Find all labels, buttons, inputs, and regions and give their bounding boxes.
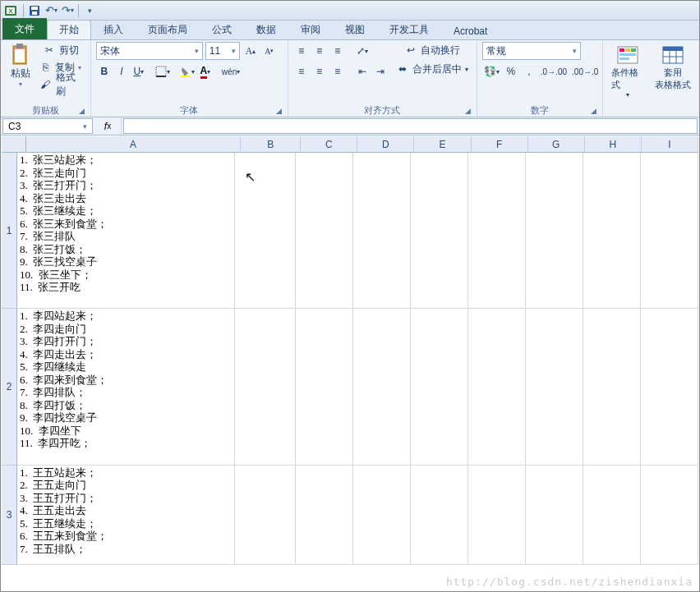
percent-button[interactable]: % (503, 63, 519, 80)
font-name-combo[interactable]: 宋体▾ (96, 42, 203, 60)
comma-button[interactable]: , (521, 63, 537, 80)
tab-insert[interactable]: 插入 (91, 20, 136, 39)
cell[interactable] (468, 466, 526, 565)
cell[interactable] (641, 309, 698, 465)
wrap-icon: ↩ (407, 44, 415, 56)
cell[interactable] (641, 466, 698, 565)
indent-inc-button[interactable]: ⇥ (372, 63, 389, 80)
paste-button[interactable]: 粘贴 ▾ (6, 42, 35, 89)
cell[interactable] (353, 309, 411, 465)
select-all-corner[interactable] (2, 136, 26, 153)
tab-dev[interactable]: 开发工具 (377, 20, 441, 39)
clipboard-launcher[interactable]: ◢ (77, 107, 87, 117)
format-painter-button[interactable]: 🖌 格式刷 (39, 76, 85, 93)
cell[interactable] (526, 309, 583, 465)
font-color-button[interactable]: A▾ (197, 63, 214, 80)
cell[interactable] (235, 466, 296, 565)
cell[interactable] (353, 466, 411, 565)
svg-rect-17 (619, 57, 629, 60)
orientation-button[interactable]: ⤢▾ (354, 43, 371, 59)
merge-center-button[interactable]: ⬌ 合并后居中▾ (397, 61, 470, 77)
column-header[interactable]: H (585, 136, 642, 153)
phonetic-button[interactable]: wén▾ (220, 63, 242, 80)
scissors-icon: ✂ (45, 44, 53, 56)
column-header[interactable]: A (26, 136, 242, 153)
tab-view[interactable]: 视图 (333, 20, 377, 39)
row-header[interactable]: 3 (2, 466, 17, 565)
cell[interactable] (583, 309, 641, 465)
cell[interactable]: 1. 王五站起来； 2. 王五走向门 3. 王五打开门； 4. 王五走出去 5.… (17, 466, 235, 565)
cell[interactable] (468, 309, 526, 465)
tab-home[interactable]: 开始 (47, 20, 91, 39)
align-launcher[interactable]: ◢ (463, 107, 473, 117)
fill-color-button[interactable]: ▾ (178, 63, 196, 80)
cell[interactable] (235, 153, 296, 309)
cell[interactable]: 1. 李四站起来； 2. 李四走向门 3. 李四打开门； 4. 李四走出去； 5… (17, 309, 235, 465)
cell[interactable] (235, 309, 296, 465)
table-format-button[interactable]: 套用 表格格式 (652, 42, 694, 93)
cell[interactable] (583, 466, 641, 565)
column-header[interactable]: B (241, 136, 301, 153)
cell[interactable]: 1. 张三站起来； 2. 张三走向门 3. 张三打开门； 4. 张三走出去 5.… (17, 153, 235, 309)
underline-button[interactable]: U▾ (131, 63, 147, 80)
column-header[interactable]: E (414, 136, 471, 153)
row-header[interactable]: 2 (2, 309, 17, 465)
align-top-button[interactable]: ≡ (293, 43, 310, 59)
formula-bar: C3 ▾ fx (1, 117, 699, 135)
cell[interactable] (468, 153, 526, 309)
align-left-button[interactable]: ≡ (293, 63, 310, 80)
font-launcher[interactable]: ◢ (274, 107, 284, 117)
svg-rect-11 (181, 76, 191, 77)
tab-layout[interactable]: 页面布局 (136, 20, 200, 39)
indent-dec-button[interactable]: ⇤ (354, 63, 371, 80)
align-right-button[interactable]: ≡ (329, 63, 346, 80)
column-header[interactable]: D (357, 136, 414, 153)
cell[interactable] (526, 153, 583, 309)
row-header[interactable]: 1 (2, 153, 17, 309)
fx-button[interactable]: fx (99, 118, 116, 135)
column-header[interactable]: C (301, 136, 357, 153)
number-format-combo[interactable]: 常规▾ (482, 42, 581, 60)
dec-decimal-button[interactable]: .00→.0 (570, 63, 600, 80)
italic-button[interactable]: I (113, 63, 130, 80)
inc-decimal-button[interactable]: .0→.00 (539, 63, 569, 80)
cut-button[interactable]: ✂ 剪切 (39, 42, 85, 58)
cell[interactable] (353, 153, 411, 309)
grow-font-button[interactable]: A▴ (242, 43, 259, 59)
cell[interactable] (296, 153, 353, 309)
cell[interactable] (583, 153, 641, 309)
number-launcher[interactable]: ◢ (589, 107, 599, 117)
brush-icon: 🖌 (40, 79, 50, 90)
tab-acrobat[interactable]: Acrobat (441, 22, 500, 39)
cell[interactable] (296, 466, 353, 565)
name-box[interactable]: C3 ▾ (2, 118, 93, 134)
save-button[interactable] (26, 2, 43, 19)
align-bottom-button[interactable]: ≡ (329, 43, 346, 59)
cell[interactable] (526, 466, 583, 565)
cell[interactable] (641, 153, 698, 309)
tab-review[interactable]: 审阅 (288, 20, 333, 39)
cell[interactable] (411, 466, 468, 565)
conditional-format-button[interactable]: 条件格式▾ (608, 42, 648, 100)
column-header[interactable]: F (472, 136, 528, 153)
bold-button[interactable]: B (96, 63, 113, 80)
formula-input[interactable] (123, 118, 698, 134)
column-header[interactable]: G (528, 136, 585, 153)
redo-button[interactable]: ↷▾ (59, 2, 76, 19)
undo-button[interactable]: ↶▾ (43, 2, 59, 19)
border-button[interactable]: ▾ (154, 63, 172, 80)
column-header[interactable]: I (642, 136, 698, 153)
tab-data[interactable]: 数据 (244, 20, 288, 39)
shrink-font-button[interactable]: A▾ (261, 43, 278, 59)
cell[interactable] (296, 309, 353, 465)
font-size-combo[interactable]: 11▾ (205, 42, 240, 60)
wrap-text-button[interactable]: ↩ 自动换行 (397, 42, 470, 58)
tab-file[interactable]: 文件 (2, 18, 47, 39)
tab-formulas[interactable]: 公式 (200, 20, 244, 39)
align-center-button[interactable]: ≡ (311, 63, 328, 80)
currency-button[interactable]: 💱▾ (482, 63, 501, 80)
cell[interactable] (411, 153, 468, 309)
align-middle-button[interactable]: ≡ (311, 43, 328, 59)
cell[interactable] (411, 309, 468, 465)
qat-customize[interactable]: ▾ (81, 2, 98, 19)
